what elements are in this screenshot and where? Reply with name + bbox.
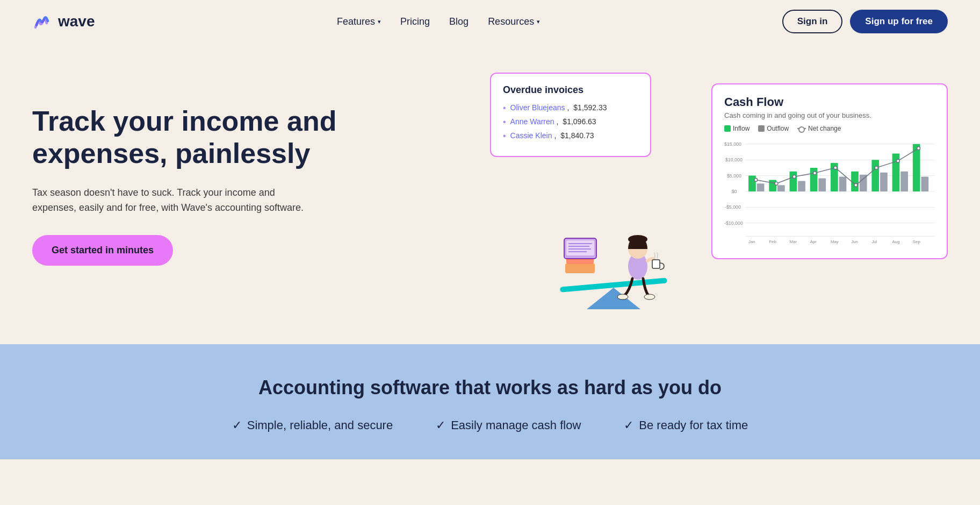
svg-text:22: 22: [810, 244, 815, 245]
svg-text:22: 22: [769, 244, 774, 245]
svg-text:Sep: Sep: [913, 239, 921, 244]
svg-rect-45: [900, 172, 908, 191]
svg-point-16: [644, 294, 655, 300]
legend-outflow: Outflow: [758, 125, 789, 132]
svg-text:Jun: Jun: [851, 239, 858, 244]
invoice-name-3: Cassie Klein: [510, 131, 552, 141]
svg-text:22: 22: [871, 244, 876, 245]
feature-label-1: Simple, reliable, and secure: [247, 418, 393, 432]
legend-inflow: Inflow: [724, 125, 750, 132]
invoices-card-title: Overdue invoices: [503, 84, 638, 96]
hero-title: Track your income and expenses, painless…: [32, 105, 469, 170]
nav-actions: Sign in Sign up for free: [782, 10, 948, 33]
outflow-dot: [758, 125, 765, 132]
svg-rect-37: [818, 179, 826, 192]
navbar: wave Features ▾ Pricing Blog Resources ▾…: [0, 0, 980, 43]
svg-text:Aug: Aug: [892, 239, 900, 244]
features-chevron-icon: ▾: [378, 18, 381, 25]
svg-point-56: [917, 147, 920, 150]
svg-text:$15,000: $15,000: [724, 141, 741, 147]
invoice-name-1: Oliver Bluejeans: [510, 103, 565, 113]
feature-item-2: ✓ Easily manage cash flow: [436, 418, 581, 432]
svg-text:22: 22: [851, 244, 856, 245]
svg-text:-$10,000: -$10,000: [724, 221, 743, 226]
svg-point-55: [896, 159, 899, 162]
feature-item-3: ✓ Be ready for tax time: [624, 418, 748, 432]
svg-rect-35: [798, 181, 805, 191]
svg-rect-33: [777, 185, 785, 191]
svg-text:22: 22: [892, 244, 897, 245]
svg-text:Jul: Jul: [871, 239, 877, 244]
svg-text:$5,000: $5,000: [727, 173, 741, 179]
svg-point-51: [813, 172, 817, 175]
invoice-amount-1: $1,592.33: [573, 103, 607, 113]
logo[interactable]: wave: [32, 11, 95, 32]
signin-button[interactable]: Sign in: [782, 10, 843, 33]
svg-text:Jan: Jan: [748, 239, 755, 244]
svg-point-15: [617, 294, 628, 300]
legend-net: Net change: [797, 125, 841, 132]
svg-text:22: 22: [748, 244, 753, 245]
nav-resources[interactable]: Resources ▾: [488, 16, 540, 27]
cashflow-title: Cash Flow: [724, 95, 935, 109]
svg-text:Mar: Mar: [790, 239, 797, 244]
hero-right: Overdue invoices Oliver Bluejeans, $1,59…: [490, 73, 948, 298]
cashflow-subtitle: Cash coming in and going out of your bus…: [724, 111, 935, 119]
checkmark-icon-1: ✓: [232, 418, 242, 432]
invoice-item-2: Anne Warren, $1,096.63: [503, 117, 638, 127]
wave-logo-icon: [32, 11, 53, 32]
svg-text:$0: $0: [732, 189, 737, 194]
hero-section: Track your income and expenses, painless…: [0, 43, 980, 344]
svg-text:22: 22: [913, 244, 918, 245]
svg-rect-30: [748, 176, 756, 191]
nav-blog[interactable]: Blog: [449, 16, 469, 27]
svg-rect-6: [566, 240, 594, 255]
svg-rect-43: [880, 173, 888, 191]
checkmark-icon-3: ✓: [624, 418, 633, 432]
nav-center: Features ▾ Pricing Blog Resources ▾: [337, 16, 540, 27]
svg-text:May: May: [831, 239, 839, 244]
net-line-icon: [797, 128, 806, 129]
checkmark-icon-2: ✓: [436, 418, 445, 432]
svg-rect-36: [810, 168, 818, 191]
bottom-title: Accounting software that works as hard a…: [32, 376, 948, 399]
svg-text:-$5,000: -$5,000: [725, 204, 741, 210]
invoices-card: Overdue invoices Oliver Bluejeans, $1,59…: [490, 73, 651, 157]
cashflow-card: Cash Flow Cash coming in and going out o…: [711, 83, 948, 259]
feature-item-1: ✓ Simple, reliable, and secure: [232, 418, 393, 432]
resources-chevron-icon: ▾: [537, 18, 540, 25]
svg-rect-47: [921, 177, 929, 191]
svg-point-49: [775, 182, 778, 185]
svg-text:Apr: Apr: [810, 239, 817, 244]
svg-text:22: 22: [790, 244, 795, 245]
cta-button[interactable]: Get started in minutes: [32, 235, 173, 266]
cashflow-chart: $15,000 $10,000 $5,000 $0 -$5,000 -$10,0…: [724, 138, 935, 245]
hero-subtitle: Tax season doesn't have to suck. Track y…: [32, 185, 312, 216]
bottom-section: Accounting software that works as hard a…: [0, 344, 980, 459]
nav-pricing[interactable]: Pricing: [400, 16, 430, 27]
invoice-item-1: Oliver Bluejeans, $1,592.33: [503, 103, 638, 113]
svg-rect-14: [652, 260, 660, 268]
svg-rect-42: [871, 160, 879, 191]
svg-point-53: [854, 183, 857, 187]
signup-button[interactable]: Sign up for free: [850, 10, 948, 33]
svg-point-54: [875, 166, 878, 169]
svg-marker-0: [587, 288, 640, 309]
invoice-name-2: Anne Warren: [510, 117, 554, 127]
invoice-amount-3: $1,840.73: [560, 131, 594, 141]
svg-rect-34: [790, 172, 797, 191]
svg-text:Feb: Feb: [769, 239, 776, 244]
svg-point-13: [628, 235, 647, 244]
svg-text:22: 22: [831, 244, 835, 245]
svg-rect-2: [565, 264, 595, 273]
svg-rect-40: [851, 172, 859, 191]
svg-point-48: [754, 179, 758, 182]
feature-label-2: Easily manage cash flow: [451, 418, 581, 432]
features-row: ✓ Simple, reliable, and secure ✓ Easily …: [32, 418, 948, 432]
svg-rect-32: [769, 180, 776, 191]
svg-point-52: [834, 166, 837, 169]
logo-text: wave: [58, 13, 95, 30]
invoice-amount-2: $1,096.63: [563, 117, 596, 127]
nav-features[interactable]: Features ▾: [337, 16, 381, 27]
hero-left: Track your income and expenses, painless…: [32, 105, 490, 266]
